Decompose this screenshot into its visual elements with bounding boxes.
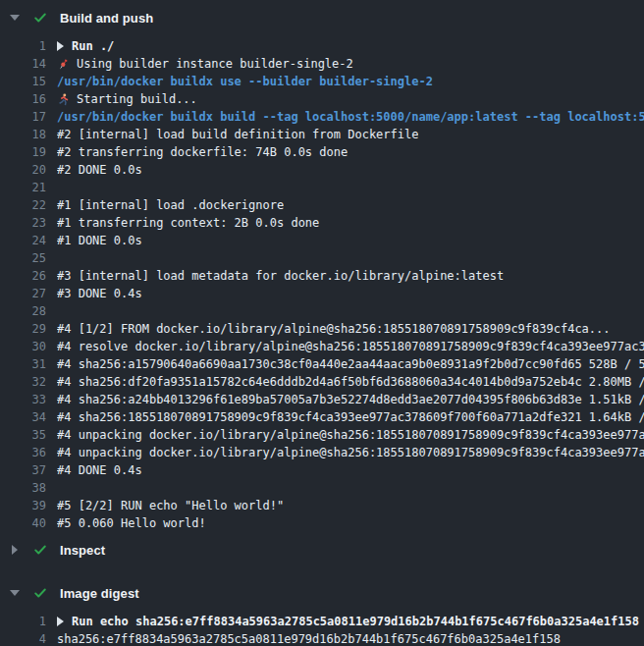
log-text: Using builder instance builder-single-2 <box>77 57 353 71</box>
line-number[interactable]: 35 <box>0 428 46 442</box>
section-header[interactable]: Build and push <box>0 0 644 35</box>
log-line-content: #4 sha256:a15790640a6690aa1730c38cf0a440… <box>57 357 644 371</box>
log-line: 15 /usr/bin/docker buildx use --builder … <box>0 73 644 90</box>
line-number[interactable]: 28 <box>0 304 46 318</box>
log-line: 25 <box>0 249 644 267</box>
log-line: 24 #1 DONE 0.0s <box>0 232 644 249</box>
group-toggle-line[interactable]: Run echo sha256:e7ff8834a5963a2785c5a081… <box>57 615 644 628</box>
line-number[interactable]: 30 <box>0 340 46 353</box>
log-line-content: #2 transferring dockerfile: 74B 0.0s don… <box>57 145 644 159</box>
line-number[interactable]: 18 <box>0 128 46 141</box>
log-text: /usr/bin/docker buildx build --tag local… <box>57 110 644 124</box>
expand-arrow-icon[interactable] <box>57 41 64 51</box>
log-text: #5 [2/2] RUN echo "Hello world!" <box>57 499 284 512</box>
log-line: 16 Starting build... <box>0 90 644 108</box>
log-line: 30 #4 resolve docker.io/library/alpine@s… <box>0 338 644 355</box>
log-text: #4 sha256:a24bb4013296f61e89ba57005a7b3e… <box>57 393 644 406</box>
chevron-icon[interactable] <box>9 15 21 21</box>
line-number[interactable]: 37 <box>0 463 46 477</box>
section-header[interactable]: Image digest <box>0 575 644 611</box>
log-text: #1 DONE 0.0s <box>57 234 142 247</box>
log-text: sha256:e7ff8834a5963a2785c5a0811e979d16b… <box>57 632 561 646</box>
log-line: 20 #2 DONE 0.0s <box>0 161 644 179</box>
log-line-content: #3 [internal] load metadata for docker.i… <box>57 269 644 283</box>
log-line-content: #3 DONE 0.4s <box>57 287 644 300</box>
log-line-content: #2 [internal] load build definition from… <box>57 128 644 141</box>
line-number[interactable]: 4 <box>0 632 46 646</box>
log-line: 32 #4 sha256:df20fa9351a15782c64e6dddb2d… <box>0 373 644 391</box>
log-text: /usr/bin/docker buildx use --builder bui… <box>57 75 433 88</box>
section-build-and-push: Build and push 1 Run ./ 14 <box>0 0 644 532</box>
line-number[interactable]: 39 <box>0 499 46 512</box>
section-title: Inspect <box>60 543 105 558</box>
log-text: #4 resolve docker.io/library/alpine@sha2… <box>57 340 644 353</box>
line-number[interactable]: 33 <box>0 393 46 406</box>
runner-icon <box>57 92 71 106</box>
line-number[interactable]: 17 <box>0 110 46 124</box>
log-text: Run ./ <box>72 39 114 53</box>
log-line-content: #5 0.060 Hello world! <box>57 516 644 530</box>
log-text: #2 [internal] load build definition from… <box>57 128 418 141</box>
section-title: Image digest <box>60 586 139 601</box>
line-number[interactable]: 23 <box>0 216 46 230</box>
log-line-content: #2 DONE 0.0s <box>57 163 644 177</box>
log-text: #4 [1/2] FROM docker.io/library/alpine@s… <box>57 322 611 336</box>
section-header[interactable]: Inspect <box>0 532 644 567</box>
line-number[interactable]: 19 <box>0 145 46 159</box>
log-text: #2 transferring dockerfile: 74B 0.0s don… <box>57 145 348 159</box>
chevron-icon[interactable] <box>9 545 21 555</box>
log-text: Run echo sha256:e7ff8834a5963a2785c5a081… <box>72 615 639 628</box>
log-text: Starting build... <box>77 92 197 106</box>
log-line: 39 #5 [2/2] RUN echo "Hello world!" <box>0 497 644 514</box>
expand-arrow-icon[interactable] <box>57 617 64 626</box>
line-number[interactable]: 34 <box>0 410 46 424</box>
log-line-content: #4 [1/2] FROM docker.io/library/alpine@s… <box>57 322 644 336</box>
log-text: #4 unpacking docker.io/library/alpine@sh… <box>57 428 644 442</box>
log-line-content: #4 resolve docker.io/library/alpine@sha2… <box>57 340 644 353</box>
log-line-content: Starting build... <box>57 92 644 106</box>
group-toggle-line[interactable]: Run ./ <box>57 39 644 53</box>
section-image-digest: Image digest 1 Run echo sha256:e7ff8834a… <box>0 575 644 646</box>
log-line: 19 #2 transferring dockerfile: 74B 0.0s … <box>0 143 644 161</box>
line-number[interactable]: 22 <box>0 198 46 212</box>
line-number[interactable]: 31 <box>0 357 46 371</box>
line-number[interactable]: 16 <box>0 92 46 106</box>
log-text: #3 DONE 0.4s <box>57 287 142 300</box>
log-line-content: #4 unpacking docker.io/library/alpine@sh… <box>57 428 644 442</box>
log-line: 4 sha256:e7ff8834a5963a2785c5a0811e979d1… <box>0 630 644 646</box>
line-number[interactable]: 14 <box>0 57 46 71</box>
line-number[interactable]: 15 <box>0 75 46 88</box>
line-number[interactable]: 26 <box>0 269 46 283</box>
line-number[interactable]: 27 <box>0 287 46 300</box>
log-line: 29 #4 [1/2] FROM docker.io/library/alpin… <box>0 320 644 338</box>
line-number[interactable]: 38 <box>0 481 46 495</box>
log-line-content: #4 sha256:185518070891758909c9f839cf4ca3… <box>57 410 644 424</box>
log-line-content: #1 [internal] load .dockerignore <box>57 198 644 212</box>
success-check-icon <box>33 11 47 25</box>
line-number[interactable]: 25 <box>0 251 46 265</box>
line-number[interactable]: 1 <box>0 39 46 53</box>
success-check-icon <box>33 543 47 557</box>
line-number[interactable]: 29 <box>0 322 46 336</box>
line-number[interactable]: 24 <box>0 234 46 247</box>
log-line-content: Using builder instance builder-single-2 <box>57 57 644 71</box>
line-number[interactable]: 20 <box>0 163 46 177</box>
log-text: #4 DONE 0.4s <box>57 463 142 477</box>
log-line-content: #5 [2/2] RUN echo "Hello world!" <box>57 499 644 512</box>
log-line: 35 #4 unpacking docker.io/library/alpine… <box>0 426 644 444</box>
log-line: 1 Run echo sha256:e7ff8834a5963a2785c5a0… <box>0 613 644 630</box>
line-number[interactable]: 32 <box>0 375 46 389</box>
line-number[interactable]: 1 <box>0 615 46 628</box>
log-text: #1 [internal] load .dockerignore <box>57 198 284 212</box>
pushpin-icon <box>57 57 71 71</box>
log-lines: 1 Run echo sha256:e7ff8834a5963a2785c5a0… <box>0 611 644 646</box>
log-line-content: #4 DONE 0.4s <box>57 463 644 477</box>
line-number[interactable]: 21 <box>0 181 46 194</box>
log-line: 23 #1 transferring context: 2B 0.0s done <box>0 214 644 232</box>
log-text: #1 transferring context: 2B 0.0s done <box>57 216 319 230</box>
log-line-content: #1 DONE 0.0s <box>57 234 644 247</box>
line-number[interactable]: 36 <box>0 446 46 459</box>
line-number[interactable]: 40 <box>0 516 46 530</box>
log-text: #4 sha256:185518070891758909c9f839cf4ca3… <box>57 410 644 424</box>
chevron-icon[interactable] <box>9 590 21 596</box>
